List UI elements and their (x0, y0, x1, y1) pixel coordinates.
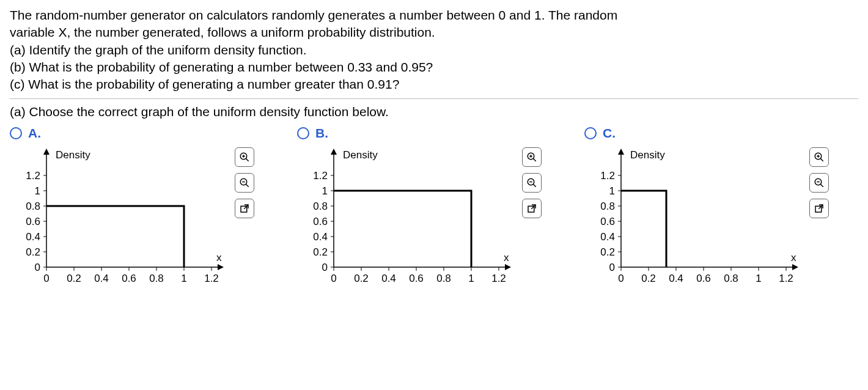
radio-b[interactable] (297, 127, 309, 139)
zoom-in-icon (526, 152, 537, 163)
ytick: 0.8 (313, 201, 328, 212)
ytick: 0.4 (600, 231, 615, 243)
question-part-a: (a) Identify the graph of the uniform de… (10, 42, 858, 58)
ytick: 1 (609, 185, 615, 197)
ytick: 1 (35, 185, 40, 197)
zoom-in-icon (239, 152, 250, 163)
choice-b: B. 0 0.2 0.4 0.6 0.8 1 1.2 Density (297, 125, 566, 289)
choices-row: A. 0 0.2 0.4 0.6 0.8 1 1.2 (10, 125, 858, 289)
choice-c: C. 0 0.2 0.4 0.6 0.8 1 1.2 Density (584, 125, 853, 289)
choice-c-letter: C. (603, 125, 616, 141)
xtick: 1 (181, 273, 186, 284)
ylabel: Density (630, 149, 665, 161)
choice-c-header[interactable]: C. (584, 125, 853, 141)
choice-a-header[interactable]: A. (10, 125, 279, 141)
ytick: 0 (322, 262, 328, 273)
question-part-c: (c) What is the probability of generatin… (10, 76, 858, 92)
ytick: 0.6 (600, 216, 615, 227)
choice-b-header[interactable]: B. (297, 125, 566, 141)
ytick: 1.2 (313, 170, 328, 182)
chart-c-toolbar (809, 145, 829, 218)
xtick: 1 (756, 273, 761, 284)
xtick: 0.6 (696, 273, 711, 284)
xtick: 0.8 (724, 273, 738, 284)
svg-marker-55 (618, 149, 624, 155)
svg-marker-30 (505, 264, 511, 270)
xtick: 1 (468, 273, 474, 284)
zoom-in-icon (814, 152, 825, 163)
choice-a-letter: A. (28, 125, 41, 141)
xtick: 0.8 (436, 273, 451, 284)
question-stem: The random-number generator on calculato… (10, 7, 858, 92)
xtick: 0.8 (149, 273, 164, 284)
zoom-out-button[interactable] (522, 173, 542, 193)
svg-line-26 (244, 205, 248, 209)
popout-button[interactable] (522, 199, 542, 218)
svg-line-73 (820, 158, 823, 161)
radio-a[interactable] (10, 127, 22, 139)
zoom-out-button[interactable] (809, 173, 829, 193)
ytick: 0.8 (26, 201, 40, 212)
svg-line-46 (533, 158, 536, 161)
popout-button[interactable] (809, 199, 829, 218)
ytick: 1 (322, 185, 328, 197)
xtick: 0.4 (381, 273, 396, 284)
xtick: 0.6 (122, 273, 136, 284)
zoom-in-button[interactable] (809, 147, 829, 167)
choice-a: A. 0 0.2 0.4 0.6 0.8 1 1.2 (10, 125, 279, 289)
svg-line-50 (533, 184, 536, 187)
zoom-in-button[interactable] (235, 147, 254, 167)
chart-b-toolbar (522, 145, 542, 218)
popout-button[interactable] (235, 199, 254, 218)
divider (10, 98, 858, 99)
xtick: 0.2 (354, 273, 369, 284)
ytick: 0.2 (26, 246, 40, 258)
xtick: 0.6 (409, 273, 424, 284)
popout-icon (239, 203, 250, 214)
radio-c[interactable] (584, 127, 597, 139)
ytick: 0 (35, 262, 40, 273)
xtick: 0.2 (641, 273, 656, 284)
svg-line-53 (531, 205, 535, 209)
xtick: 1.2 (779, 273, 793, 284)
ytick: 0.6 (26, 216, 40, 227)
density-curve-a (46, 206, 184, 267)
part-a-prompt: (a) Choose the correct graph of the unif… (10, 104, 858, 120)
svg-marker-1 (43, 149, 50, 155)
ytick: 0.8 (600, 201, 615, 212)
zoom-out-button[interactable] (235, 173, 254, 193)
ytick: 0.2 (600, 246, 615, 258)
ytick: 0.4 (313, 231, 328, 243)
xtick: 0 (43, 273, 49, 284)
xlabel: x (791, 252, 796, 263)
xtick: 1.2 (491, 273, 506, 284)
chart-a-toolbar (235, 145, 254, 218)
svg-marker-28 (331, 149, 337, 155)
xlabel: x (216, 252, 222, 263)
ylabel: Density (343, 149, 378, 161)
ytick: 1.2 (26, 170, 40, 182)
ytick: 0 (609, 262, 615, 273)
zoom-out-icon (814, 177, 825, 188)
xtick: 1.2 (204, 273, 219, 284)
zoom-out-icon (239, 177, 250, 188)
ytick: 1.2 (600, 170, 615, 182)
ytick: 0.6 (313, 216, 328, 227)
ytick: 0.2 (313, 246, 328, 258)
svg-marker-57 (792, 264, 798, 270)
svg-line-77 (820, 184, 823, 187)
question-part-b: (b) What is the probability of generatin… (10, 59, 858, 75)
density-curve-b (334, 191, 471, 267)
popout-icon (814, 203, 825, 214)
xtick: 0 (618, 273, 623, 284)
question-line: The random-number generator on calculato… (10, 7, 858, 23)
density-curve-c (621, 191, 666, 267)
svg-line-80 (818, 205, 823, 209)
question-line: variable X, the number generated, follow… (10, 24, 858, 40)
ytick: 0.4 (26, 231, 40, 243)
zoom-in-button[interactable] (522, 147, 542, 167)
popout-icon (526, 203, 537, 214)
choice-b-letter: B. (315, 125, 328, 141)
chart-b: 0 0.2 0.4 0.6 0.8 1 1.2 Density 0 0.2 0.… (297, 145, 517, 289)
xtick: 0 (331, 273, 336, 284)
